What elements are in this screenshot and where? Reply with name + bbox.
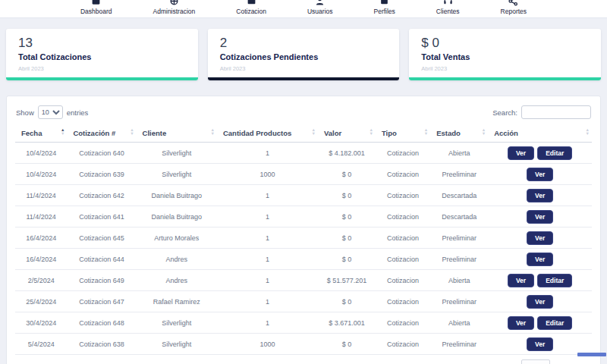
cell-acciones: Ver: [488, 334, 592, 355]
cotizaciones-table: Fecha▲▼Cotización #▲▼Cliente▲▼Cantidad P…: [15, 127, 592, 355]
table-row: 11/4/2024 Cotizacion 642 Daniela Buitrag…: [15, 185, 592, 206]
ver-button[interactable]: Ver: [527, 253, 553, 266]
ver-button[interactable]: Ver: [527, 168, 553, 181]
ver-button[interactable]: Ver: [527, 337, 553, 351]
stat-label: Cotizaciones Pendientes: [220, 52, 388, 61]
stat-value: 2: [220, 36, 388, 51]
cell-cotizacion: Cotizacion 639: [67, 164, 136, 185]
perfiles-icon: [379, 0, 389, 6]
cell-cliente: Daniela Buitrago: [137, 206, 217, 228]
stat-value: $ 0: [421, 36, 589, 51]
cell-valor: $ 0: [318, 228, 376, 249]
table-row: 25/4/2024 Cotizacion 647 Rafael Ramirez …: [15, 291, 592, 312]
cell-acciones: VerEditar: [488, 270, 592, 291]
column-header-0[interactable]: Fecha▲▼: [15, 127, 67, 143]
column-header-4[interactable]: Valor▲▼: [318, 127, 376, 143]
table-row: 16/4/2024 Cotizacion 644 Andres 1 $ 0 Co…: [15, 249, 592, 270]
cell-acciones: Ver: [488, 164, 592, 185]
ver-button[interactable]: Ver: [508, 274, 534, 287]
cell-tipo: Cotizacion: [376, 249, 430, 270]
column-header-1[interactable]: Cotización #▲▼: [67, 127, 136, 143]
cell-cantidad: 1: [217, 143, 318, 164]
cell-cantidad: 1000: [217, 334, 318, 355]
column-header-7[interactable]: Acción▲▼: [488, 127, 592, 143]
stats-row: 13 Total Cotizaciones Abril 2023 2 Cotiz…: [6, 29, 601, 80]
nav-item-dashboard[interactable]: Dashboard: [80, 0, 112, 17]
cell-fecha: 30/4/2024: [15, 312, 67, 334]
cell-estado: Preeliminar: [430, 164, 488, 185]
ver-button[interactable]: Ver: [508, 316, 534, 330]
sort-arrows-icon: ▲▼: [130, 128, 134, 136]
stat-card: 13 Total Cotizaciones Abril 2023: [6, 29, 198, 80]
ver-button[interactable]: Ver: [527, 210, 553, 224]
nav-item-reportes[interactable]: Reportes: [501, 0, 527, 17]
pagination-active-page-partial[interactable]: [577, 353, 606, 356]
editar-button[interactable]: Editar: [537, 146, 572, 160]
cell-acciones: VerEditar: [488, 143, 592, 164]
cell-fecha: 11/4/2024: [15, 185, 67, 206]
search-input[interactable]: [521, 105, 591, 119]
sort-arrows-icon: ▲▼: [586, 128, 590, 136]
stat-card: 2 Cotizaciones Pendientes Abril 2023: [208, 29, 400, 80]
editar-button[interactable]: Editar: [537, 316, 572, 330]
cell-cliente: Silverlight: [137, 143, 217, 164]
cell-valor: $ 0: [318, 164, 376, 185]
sort-arrows-icon: ▲▼: [482, 128, 486, 136]
dashboard-icon: [91, 0, 101, 6]
nav-item-cotizacion[interactable]: Cotizacion: [236, 0, 266, 17]
reportes-icon: [508, 0, 518, 6]
cell-tipo: Cotizacion: [376, 206, 430, 228]
cell-valor: $ 0: [318, 291, 376, 312]
table-row: 2/5/2024 Cotizacion 649 Andres 1 $ 51.57…: [15, 270, 592, 291]
cell-fecha: 2/5/2024: [15, 270, 67, 291]
editar-button[interactable]: Editar: [537, 274, 572, 287]
cell-cantidad: 1: [217, 185, 318, 206]
column-header-5[interactable]: Tipo▲▼: [376, 127, 430, 143]
cell-cliente: Arturo Morales: [137, 228, 217, 249]
cell-cliente: Silverlight: [137, 164, 217, 185]
cell-estado: Preeliminar: [430, 249, 488, 270]
column-header-3[interactable]: Cantidad Productos▲▼: [217, 127, 318, 143]
column-header-label: Estado: [436, 129, 461, 137]
nav-item-usuarios[interactable]: Usuarios: [307, 0, 333, 17]
cell-tipo: Cotizacion: [376, 185, 430, 206]
stat-label: Total Cotizaciones: [18, 52, 186, 61]
sort-arrows-icon: ▲▼: [211, 128, 215, 136]
sort-arrows-icon: ▲▼: [61, 128, 64, 136]
column-header-label: Valor: [324, 129, 341, 137]
cell-tipo: Cotizacion: [376, 291, 430, 312]
cell-cotizacion: Cotizacion 647: [67, 291, 136, 312]
nav-item-clientes[interactable]: Clientes: [436, 0, 460, 17]
ver-button[interactable]: Ver: [527, 189, 553, 202]
nav-item-label: Cotizacion: [236, 8, 266, 15]
clientes-icon: [443, 0, 453, 6]
page-length-select[interactable]: 10: [38, 105, 63, 119]
table-header-row: Fecha▲▼Cotización #▲▼Cliente▲▼Cantidad P…: [15, 127, 592, 143]
cell-valor: $ 0: [318, 185, 376, 206]
page-length-control: Show 10 entries: [16, 105, 88, 119]
ver-button[interactable]: Ver: [508, 146, 534, 160]
stat-card: $ 0 Total Ventas Abril 2023: [409, 29, 601, 80]
column-header-6[interactable]: Estado▲▼: [430, 127, 488, 143]
stat-period: Abril 2023: [18, 65, 186, 72]
ver-button[interactable]: Ver: [527, 231, 553, 245]
cell-cliente: Rafael Ramirez: [137, 291, 217, 312]
cell-cliente: Andres: [137, 249, 217, 270]
cell-cantidad: 1: [217, 228, 318, 249]
search-label: Search:: [492, 108, 517, 117]
page: Dashboard Administracion Cotizacion Usua…: [0, 0, 607, 364]
nav-item-perfiles[interactable]: Perfiles: [374, 0, 395, 17]
cell-fecha: 16/4/2024: [15, 249, 67, 270]
nav-item-administracion[interactable]: Administracion: [153, 0, 196, 17]
column-header-label: Acción: [494, 129, 518, 137]
stat-accent-bar: [409, 77, 601, 80]
column-header-label: Cantidad Productos: [223, 129, 291, 137]
cell-cotizacion: Cotizacion 640: [67, 143, 136, 164]
ver-button[interactable]: Ver: [527, 295, 553, 309]
pagination-button-partial[interactable]: [521, 359, 550, 364]
cell-valor: $ 3.671.001: [318, 312, 376, 334]
table-row: 10/4/2024 Cotizacion 640 Silverlight 1 $…: [15, 143, 592, 164]
cell-cotizacion: Cotizacion 649: [67, 270, 136, 291]
column-header-2[interactable]: Cliente▲▼: [137, 127, 217, 143]
cell-valor: $ 0: [318, 206, 376, 228]
